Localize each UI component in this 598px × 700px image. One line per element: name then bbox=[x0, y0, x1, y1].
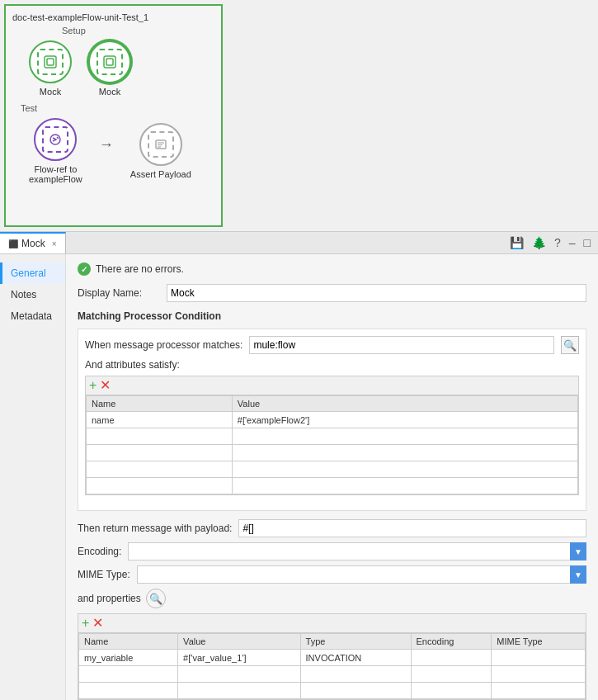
mime-type-row: MIME Type: ▼ bbox=[78, 565, 586, 584]
svg-rect-3 bbox=[106, 59, 113, 65]
encoding-select-wrapper: ▼ bbox=[128, 542, 586, 560]
prop-name-cell[interactable]: my_variable bbox=[79, 650, 178, 666]
prop-col-mime: MIME Type bbox=[492, 634, 586, 650]
table-row bbox=[87, 428, 578, 445]
flowref-icon bbox=[48, 132, 63, 147]
test-assert-circle bbox=[139, 123, 182, 166]
return-label: Then return message with payload: bbox=[78, 523, 232, 534]
test-row: Flow-ref toexampleFlow → Assert Payload bbox=[12, 118, 214, 184]
table-row: name #['exampleFlow2'] bbox=[87, 412, 578, 428]
flow-title: doc-test-exampleFlow-unit-Test_1 bbox=[12, 12, 214, 22]
sidebar-item-metadata[interactable]: Metadata bbox=[0, 305, 65, 327]
table-row: my_variable #['var_value_1'] INVOCATION bbox=[79, 650, 586, 666]
help-button[interactable]: ? bbox=[552, 236, 563, 249]
setup-mock2-node[interactable]: Mock bbox=[88, 40, 131, 97]
tab-icon: ⬛ bbox=[8, 239, 18, 248]
attributes-table-container: + ✕ Name Value name #['exampleFlow2'] bbox=[85, 376, 579, 495]
attr-col-name: Name bbox=[87, 396, 233, 412]
display-name-row: Display Name: bbox=[78, 284, 586, 302]
prop-value-cell[interactable]: #['var_value_1'] bbox=[178, 650, 300, 666]
test-assert-node[interactable]: Assert Payload bbox=[130, 123, 191, 179]
test-flowref-node[interactable]: Flow-ref toexampleFlow bbox=[29, 118, 82, 184]
setup-mock1-inner bbox=[37, 49, 64, 75]
canvas-panel: doc-test-exampleFlow-unit-Test_1 Setup M… bbox=[4, 4, 223, 227]
test-assert-label: Assert Payload bbox=[130, 169, 191, 179]
processor-box: When message processor matches: 🔍 And at… bbox=[78, 329, 586, 511]
tab-close-button[interactable]: × bbox=[52, 239, 57, 248]
encoding-select[interactable] bbox=[128, 542, 586, 560]
and-properties-row: and properties 🔍 bbox=[78, 589, 586, 608]
setup-mock1-node[interactable]: Mock bbox=[29, 40, 72, 97]
prop-col-name: Name bbox=[79, 634, 178, 650]
display-name-input[interactable] bbox=[167, 284, 586, 302]
status-bar: ✓ There are no errors. bbox=[78, 262, 586, 276]
setup-mock2-label: Mock bbox=[99, 87, 120, 97]
attr-value-cell[interactable]: #['exampleFlow2'] bbox=[232, 412, 577, 428]
and-label: And attributes satisfy: bbox=[85, 359, 579, 371]
return-payload-input[interactable] bbox=[238, 519, 586, 537]
table-row bbox=[87, 461, 578, 478]
properties-search-button[interactable]: 🔍 bbox=[146, 589, 166, 608]
when-label: When message processor matches: bbox=[85, 339, 242, 351]
test-flowref-inner bbox=[42, 126, 68, 153]
setup-mock2-circle bbox=[88, 40, 131, 83]
setup-mock1-label: Mock bbox=[40, 87, 61, 97]
setup-label: Setup bbox=[62, 26, 214, 35]
content-area: ✓ There are no errors. Display Name: Mat… bbox=[66, 254, 598, 700]
return-section: Then return message with payload: Encodi… bbox=[78, 519, 586, 700]
mime-label: MIME Type: bbox=[78, 569, 130, 580]
and-properties-label: and properties bbox=[78, 593, 141, 604]
setup-mock2-inner bbox=[97, 49, 123, 75]
tab-actions: 💾 🌲 ? – □ bbox=[507, 236, 598, 249]
prop-encoding-cell[interactable] bbox=[411, 650, 492, 666]
status-message: There are no errors. bbox=[96, 263, 184, 275]
attr-col-value: Value bbox=[232, 396, 577, 412]
mock-tab[interactable]: ⬛ Mock × bbox=[0, 232, 66, 253]
properties-table-container: + ✕ Name Value Type Encoding MIME Type bbox=[78, 613, 586, 700]
svg-rect-1 bbox=[47, 59, 54, 65]
sidebar-item-general[interactable]: General bbox=[0, 262, 65, 284]
assert-icon bbox=[153, 137, 168, 152]
test-flowref-circle bbox=[34, 118, 77, 161]
arrow-icon: → bbox=[99, 136, 114, 154]
attributes-table: Name Value name #['exampleFlow2'] bbox=[86, 395, 578, 494]
display-name-label: Display Name: bbox=[78, 287, 160, 299]
mock-icon-1 bbox=[43, 54, 58, 69]
table-row bbox=[79, 666, 586, 683]
save-button[interactable]: 💾 bbox=[507, 236, 526, 249]
add-property-button[interactable]: + bbox=[82, 617, 89, 630]
processor-search-button[interactable]: 🔍 bbox=[561, 336, 579, 354]
setup-row: Mock Mock bbox=[12, 40, 214, 97]
sidebar-item-notes[interactable]: Notes bbox=[0, 284, 65, 305]
minimize-button[interactable]: – bbox=[567, 236, 578, 249]
table-row bbox=[79, 683, 586, 699]
test-assert-inner bbox=[148, 131, 174, 158]
remove-attribute-button[interactable]: ✕ bbox=[100, 379, 111, 392]
sidebar-nav: General Notes Metadata bbox=[0, 254, 66, 700]
svg-rect-2 bbox=[104, 56, 115, 68]
tab-label: Mock bbox=[21, 238, 45, 249]
table-row bbox=[87, 445, 578, 461]
tree-button[interactable]: 🌲 bbox=[530, 236, 549, 249]
encoding-label: Encoding: bbox=[78, 546, 121, 557]
test-flowref-label: Flow-ref toexampleFlow bbox=[29, 164, 82, 184]
section-title: Matching Processor Condition bbox=[78, 310, 586, 322]
attributes-table-toolbar: + ✕ bbox=[86, 376, 578, 395]
status-ok-icon: ✓ bbox=[78, 262, 91, 276]
when-row: When message processor matches: 🔍 bbox=[85, 336, 579, 354]
prop-mime-cell[interactable] bbox=[492, 650, 586, 666]
properties-table: Name Value Type Encoding MIME Type my_va… bbox=[78, 633, 586, 699]
encoding-row: Encoding: ▼ bbox=[78, 542, 586, 560]
mime-select[interactable] bbox=[137, 565, 586, 584]
main-panel: General Notes Metadata ✓ There are no er… bbox=[0, 254, 598, 700]
prop-col-type: Type bbox=[300, 634, 411, 650]
tab-bar: ⬛ Mock × 💾 🌲 ? – □ bbox=[0, 231, 598, 254]
attr-name-cell[interactable]: name bbox=[87, 412, 233, 428]
prop-type-cell[interactable]: INVOCATION bbox=[300, 650, 411, 666]
prop-col-encoding: Encoding bbox=[411, 634, 492, 650]
when-input[interactable] bbox=[249, 336, 554, 354]
add-attribute-button[interactable]: + bbox=[89, 379, 97, 392]
remove-property-button[interactable]: ✕ bbox=[92, 617, 103, 630]
properties-table-toolbar: + ✕ bbox=[78, 614, 586, 633]
maximize-button[interactable]: □ bbox=[582, 236, 593, 249]
